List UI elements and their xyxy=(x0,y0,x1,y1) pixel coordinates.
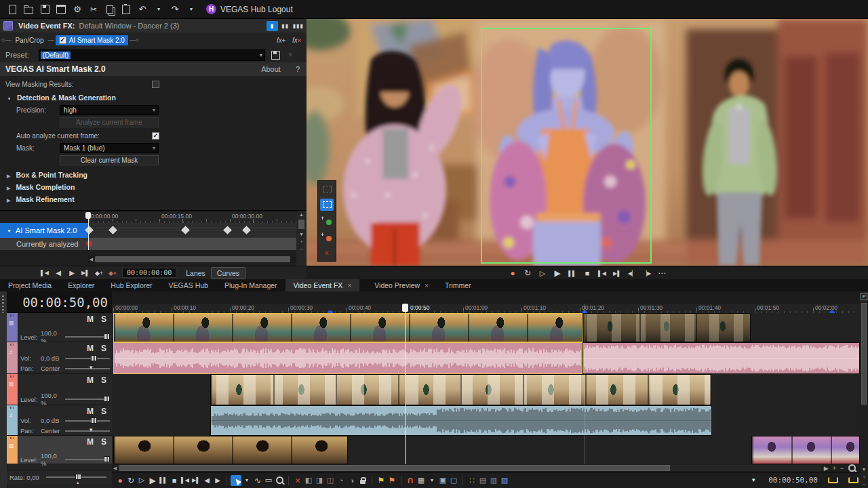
open-project-icon[interactable] xyxy=(23,4,34,15)
ripple-dropdown-icon[interactable]: ▾ xyxy=(427,475,437,486)
track-color-strip[interactable]: ♫ xyxy=(7,342,18,373)
add-fx-icon[interactable]: fx+ xyxy=(277,37,285,44)
solo-button[interactable]: S xyxy=(101,314,106,324)
timeline-event-audio-pink[interactable] xyxy=(113,342,583,374)
scrollbar-thumb[interactable] xyxy=(298,220,304,229)
lanes-button[interactable]: Lanes xyxy=(180,268,211,279)
scroll-left-icon[interactable]: ◀ xyxy=(112,466,118,471)
envelope-edit-tool-button[interactable]: ∿ xyxy=(252,475,263,486)
keyframe-row-analyzed-label[interactable]: Currently analyzed xyxy=(0,238,88,250)
track-color-strip[interactable]: ▥ xyxy=(7,374,18,405)
chevron-down-icon[interactable]: ▾ xyxy=(260,52,262,58)
track-color-strip[interactable]: ▥ xyxy=(7,436,18,464)
record-button[interactable]: ● xyxy=(115,475,125,486)
keyframe-vscrollbar[interactable]: ▲ ▼ ＋ − xyxy=(296,211,307,266)
edit-tool-dropdown-icon[interactable]: ▾ xyxy=(241,475,252,486)
scrollbar-thumb[interactable] xyxy=(861,303,867,405)
group-events-button[interactable]: ▣ xyxy=(437,475,448,486)
scrollbar-thumb[interactable] xyxy=(119,465,670,471)
delete-keyframe-button[interactable]: ◆× xyxy=(107,268,118,279)
event-fade-button[interactable]: ◔ xyxy=(336,475,347,486)
precision-dropdown[interactable]: high xyxy=(60,105,159,115)
tab-hub-explorer[interactable]: Hub Explorer xyxy=(102,279,160,291)
track-color-strip[interactable]: ♫ xyxy=(7,405,18,435)
video-preview[interactable]: + + × xyxy=(307,19,868,266)
timeline-area[interactable]: 00:00:0000:00:1000:00:2000:00:3000:00:40… xyxy=(112,291,860,488)
tab-video-preview[interactable]: Video Preview× xyxy=(366,279,437,291)
next-keyframe-button[interactable]: ▶ xyxy=(66,268,77,279)
solo-button[interactable]: S xyxy=(101,375,106,385)
view-masking-checkbox[interactable] xyxy=(152,81,159,88)
loop-playback-button[interactable]: ↻ xyxy=(125,475,136,486)
add-positive-point-tool[interactable]: + xyxy=(320,215,334,227)
playback-rate-control[interactable]: Rate: 0,00 xyxy=(7,470,112,484)
zoom-in-icon[interactable]: ＋ xyxy=(297,238,306,245)
split-button[interactable]: ◫ xyxy=(325,475,336,486)
add-negative-point-tool[interactable]: + xyxy=(320,231,334,243)
auto-analyze-checkbox[interactable] xyxy=(152,132,159,140)
level-slider[interactable] xyxy=(65,399,110,400)
new-project-icon[interactable] xyxy=(7,4,18,15)
go-to-start-button[interactable]: ▌◀ xyxy=(597,268,608,279)
undo-icon[interactable]: ↶ xyxy=(137,4,148,15)
tab-trimmer[interactable]: Trimmer xyxy=(437,279,479,291)
dock-layout-2-button[interactable]: ▮▮ xyxy=(279,21,291,31)
copy-icon[interactable] xyxy=(104,4,115,15)
normalize-audio-button[interactable]: ▤ xyxy=(477,475,488,486)
scroll-up-icon[interactable]: ▲ xyxy=(297,211,306,218)
lock-button[interactable] xyxy=(357,475,368,486)
go-to-end-button[interactable]: ▶▌ xyxy=(191,475,201,486)
delete-button[interactable]: × xyxy=(292,475,303,486)
preset-combobox[interactable]: (Default) ▾ xyxy=(39,49,265,61)
solo-button[interactable]: S xyxy=(101,437,106,447)
trim-end-button[interactable]: ◨ xyxy=(314,475,325,486)
previous-frame-button[interactable]: ◀▏ xyxy=(627,268,637,279)
zoom-edit-tool-button[interactable] xyxy=(274,475,285,486)
auto-ripple-button[interactable]: ▦ xyxy=(416,475,427,486)
track-header-5[interactable]: ▥ MS Level:100,0 % xyxy=(7,436,112,464)
rate-slider[interactable] xyxy=(46,476,106,478)
scrollbar-track[interactable] xyxy=(118,465,821,471)
first-keyframe-button[interactable]: ▌◀ xyxy=(39,268,50,279)
next-frame-button[interactable]: ▕▶ xyxy=(642,268,652,279)
clear-mask-button[interactable]: Clear current Mask xyxy=(60,155,159,165)
zoom-out-icon[interactable]: − xyxy=(297,245,306,253)
mask-cursor-tool[interactable] xyxy=(320,183,334,195)
mute-button[interactable]: M xyxy=(87,407,94,416)
paste-icon[interactable] xyxy=(121,4,132,15)
timeline-timecode-display[interactable]: 00:00:50,00 xyxy=(7,291,112,313)
go-to-end-button[interactable]: ▶▌ xyxy=(612,268,623,279)
ungroup-events-button[interactable]: ▢ xyxy=(448,475,459,486)
mask-box-tool[interactable] xyxy=(320,199,334,211)
loudness-meters-button[interactable]: ▥ xyxy=(488,475,499,486)
zoom-in-icon[interactable]: ＋ xyxy=(860,473,868,481)
track-header-4[interactable]: ♫ MS Vol:0,0 dB Pan:Center▼ xyxy=(7,405,112,436)
slip-button[interactable]: ◑ xyxy=(347,475,357,486)
mute-button[interactable]: M xyxy=(87,375,94,385)
save-project-icon[interactable] xyxy=(39,4,50,15)
timeline-event-warm[interactable] xyxy=(113,313,583,342)
scroll-left-icon[interactable]: ◀ xyxy=(88,256,94,263)
trim-start-button[interactable]: ◧ xyxy=(303,475,314,486)
more-options-button[interactable]: ⋯ xyxy=(656,268,667,279)
save-preset-icon[interactable] xyxy=(271,49,281,60)
play-from-start-button[interactable]: ▷ xyxy=(136,475,147,486)
fx-window-titlebar[interactable]: Video Event FX: Default Window - Dancer … xyxy=(0,19,307,33)
last-keyframe-button[interactable]: ▶▌ xyxy=(80,268,91,279)
stop-button[interactable]: ■ xyxy=(582,268,593,279)
insert-region-button[interactable]: ⚑ xyxy=(387,475,397,486)
play-from-start-button[interactable]: ▷ xyxy=(537,268,548,279)
timeline-event-audio-pink[interactable] xyxy=(583,342,860,374)
keyframe-row-mask-label[interactable]: AI Smart Mask 2.0 xyxy=(0,223,88,238)
timeline-playhead[interactable]: 0:00:50 xyxy=(405,304,406,464)
section-tracking[interactable]: Box & Point Tracking xyxy=(7,171,87,179)
delete-preset-icon[interactable]: × xyxy=(288,50,293,60)
mute-button[interactable]: M xyxy=(87,437,94,447)
scrollbar-thumb[interactable] xyxy=(95,256,290,262)
close-tab-icon[interactable]: × xyxy=(347,282,351,289)
selection-edit-tool-button[interactable]: ▭ xyxy=(263,475,274,486)
project-properties-icon[interactable] xyxy=(56,4,66,15)
preferences-gear-icon[interactable]: ⚙ xyxy=(72,4,83,15)
tab-explorer[interactable]: Explorer xyxy=(60,279,102,291)
timeline-hscrollbar[interactable]: ◀ ▶ ＋ − xyxy=(112,464,860,472)
